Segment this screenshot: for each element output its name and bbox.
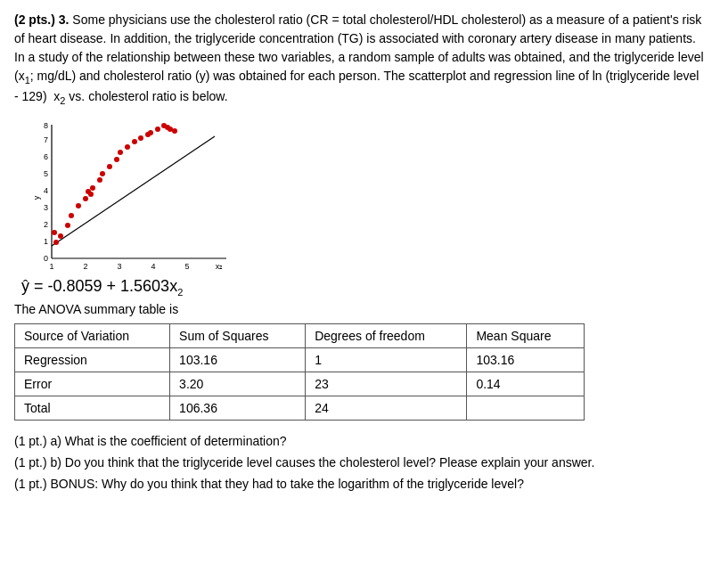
ms-regression: 103.16 (467, 348, 585, 372)
svg-text:8: 8 (44, 121, 48, 130)
df-error: 23 (306, 372, 467, 396)
ss-regression: 103.16 (170, 348, 306, 372)
svg-point-38 (148, 130, 153, 135)
chart-svg: 0 1 2 3 4 5 6 7 8 y 1 2 3 4 5 x₂ (32, 118, 237, 274)
anova-label: The ANOVA summary table is (14, 302, 706, 316)
question-block: (2 pts.) 3. Some physicians use the chol… (14, 11, 706, 109)
svg-text:y: y (32, 195, 41, 200)
svg-text:x₂: x₂ (216, 262, 224, 271)
svg-text:4: 4 (44, 186, 48, 195)
source-total: Total (15, 396, 170, 421)
svg-point-21 (58, 233, 63, 239)
table-row: Total 106.36 24 (15, 396, 585, 421)
svg-point-19 (52, 230, 57, 235)
svg-point-29 (97, 177, 102, 183)
svg-text:5: 5 (184, 262, 189, 271)
df-total: 24 (306, 396, 467, 421)
ss-total: 106.36 (170, 396, 306, 421)
scatter-plot: 0 1 2 3 4 5 6 7 8 y 1 2 3 4 5 x₂ (32, 118, 237, 274)
svg-text:4: 4 (151, 262, 155, 271)
svg-text:6: 6 (44, 152, 48, 161)
svg-point-43 (172, 128, 177, 134)
svg-point-31 (107, 164, 112, 169)
df-regression: 1 (306, 348, 467, 372)
svg-text:2: 2 (83, 262, 87, 271)
intro-text: Some physicians use the cholesterol rati… (14, 12, 704, 103)
question-bonus: (1 pt.) BONUS: Why do you think that the… (14, 474, 706, 495)
svg-text:5: 5 (44, 169, 48, 178)
question-b: (1 pt.) b) Do you think that the triglyc… (14, 453, 706, 474)
col-ms: Mean Square (467, 324, 585, 348)
svg-text:2: 2 (44, 220, 48, 229)
source-regression: Regression (15, 348, 170, 372)
svg-point-22 (65, 223, 70, 228)
source-error: Error (15, 372, 170, 396)
question-a: (1 pt.) a) What is the coefficient of de… (14, 431, 706, 453)
col-source: Source of Variation (15, 324, 170, 348)
svg-text:0: 0 (44, 254, 48, 263)
anova-table: Source of Variation Sum of Squares Degre… (14, 323, 585, 421)
svg-point-28 (90, 185, 95, 191)
svg-text:1: 1 (44, 237, 48, 246)
questions-block: (1 pt.) a) What is the coefficient of de… (14, 431, 706, 494)
svg-text:7: 7 (44, 135, 48, 144)
svg-point-20 (53, 240, 59, 245)
svg-point-25 (83, 196, 88, 201)
svg-text:1: 1 (49, 262, 53, 271)
svg-point-30 (100, 171, 105, 176)
svg-text:3: 3 (117, 262, 121, 271)
svg-point-33 (118, 150, 123, 155)
points-label: (2 pts.) (14, 12, 55, 27)
question-number: 3. (59, 12, 70, 27)
svg-point-23 (69, 213, 74, 218)
svg-point-24 (76, 203, 81, 208)
svg-point-32 (114, 157, 119, 162)
regression-equation: ŷ = -0.8059 + 1.5603x2 (21, 277, 706, 298)
col-ss: Sum of Squares (170, 324, 306, 348)
ss-error: 3.20 (170, 372, 306, 396)
ms-error: 0.14 (467, 372, 585, 396)
svg-point-39 (155, 127, 160, 132)
ms-total (467, 396, 585, 421)
table-row: Error 3.20 23 0.14 (15, 372, 585, 396)
svg-point-27 (88, 192, 94, 197)
svg-text:3: 3 (44, 203, 48, 212)
svg-point-36 (138, 135, 143, 141)
svg-point-35 (132, 139, 137, 144)
col-df: Degrees of freedom (306, 324, 467, 348)
table-row: Regression 103.16 1 103.16 (15, 348, 585, 372)
svg-line-18 (52, 136, 215, 246)
svg-point-34 (125, 144, 130, 150)
